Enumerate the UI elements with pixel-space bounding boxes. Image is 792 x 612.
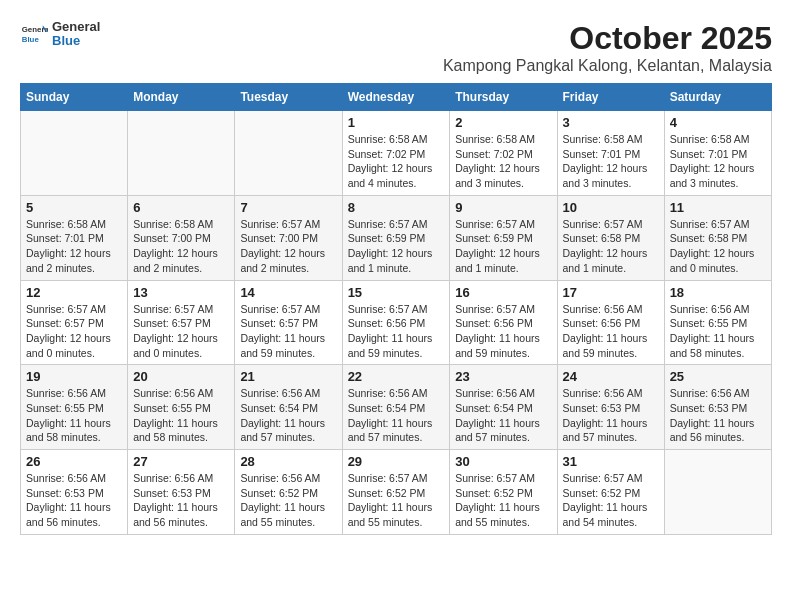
day-number: 6 xyxy=(133,200,229,215)
calendar-cell: 2Sunrise: 6:58 AM Sunset: 7:02 PM Daylig… xyxy=(450,111,557,196)
calendar-cell: 11Sunrise: 6:57 AM Sunset: 6:58 PM Dayli… xyxy=(664,195,771,280)
day-info: Sunrise: 6:56 AM Sunset: 6:55 PM Dayligh… xyxy=(26,386,122,445)
calendar-cell xyxy=(128,111,235,196)
calendar-week-row: 26Sunrise: 6:56 AM Sunset: 6:53 PM Dayli… xyxy=(21,450,772,535)
calendar-cell: 14Sunrise: 6:57 AM Sunset: 6:57 PM Dayli… xyxy=(235,280,342,365)
day-number: 11 xyxy=(670,200,766,215)
day-info: Sunrise: 6:57 AM Sunset: 6:57 PM Dayligh… xyxy=(240,302,336,361)
day-info: Sunrise: 6:56 AM Sunset: 6:53 PM Dayligh… xyxy=(26,471,122,530)
day-number: 12 xyxy=(26,285,122,300)
day-number: 17 xyxy=(563,285,659,300)
calendar-cell: 24Sunrise: 6:56 AM Sunset: 6:53 PM Dayli… xyxy=(557,365,664,450)
calendar-cell: 20Sunrise: 6:56 AM Sunset: 6:55 PM Dayli… xyxy=(128,365,235,450)
calendar-cell: 8Sunrise: 6:57 AM Sunset: 6:59 PM Daylig… xyxy=(342,195,450,280)
weekday-header-sunday: Sunday xyxy=(21,84,128,111)
logo-blue-text: Blue xyxy=(52,34,100,48)
calendar-cell: 18Sunrise: 6:56 AM Sunset: 6:55 PM Dayli… xyxy=(664,280,771,365)
day-info: Sunrise: 6:56 AM Sunset: 6:55 PM Dayligh… xyxy=(670,302,766,361)
calendar-cell: 6Sunrise: 6:58 AM Sunset: 7:00 PM Daylig… xyxy=(128,195,235,280)
calendar-cell: 19Sunrise: 6:56 AM Sunset: 6:55 PM Dayli… xyxy=(21,365,128,450)
day-number: 8 xyxy=(348,200,445,215)
day-number: 29 xyxy=(348,454,445,469)
calendar-cell: 28Sunrise: 6:56 AM Sunset: 6:52 PM Dayli… xyxy=(235,450,342,535)
calendar-cell xyxy=(235,111,342,196)
day-info: Sunrise: 6:56 AM Sunset: 6:54 PM Dayligh… xyxy=(348,386,445,445)
day-number: 9 xyxy=(455,200,551,215)
day-number: 14 xyxy=(240,285,336,300)
day-info: Sunrise: 6:57 AM Sunset: 6:58 PM Dayligh… xyxy=(563,217,659,276)
day-info: Sunrise: 6:57 AM Sunset: 6:59 PM Dayligh… xyxy=(455,217,551,276)
day-number: 30 xyxy=(455,454,551,469)
calendar-cell: 10Sunrise: 6:57 AM Sunset: 6:58 PM Dayli… xyxy=(557,195,664,280)
day-info: Sunrise: 6:57 AM Sunset: 6:56 PM Dayligh… xyxy=(455,302,551,361)
day-number: 1 xyxy=(348,115,445,130)
day-number: 4 xyxy=(670,115,766,130)
day-info: Sunrise: 6:58 AM Sunset: 7:01 PM Dayligh… xyxy=(563,132,659,191)
calendar-cell: 26Sunrise: 6:56 AM Sunset: 6:53 PM Dayli… xyxy=(21,450,128,535)
calendar-cell: 23Sunrise: 6:56 AM Sunset: 6:54 PM Dayli… xyxy=(450,365,557,450)
day-info: Sunrise: 6:57 AM Sunset: 6:56 PM Dayligh… xyxy=(348,302,445,361)
day-info: Sunrise: 6:56 AM Sunset: 6:56 PM Dayligh… xyxy=(563,302,659,361)
day-number: 20 xyxy=(133,369,229,384)
weekday-header-friday: Friday xyxy=(557,84,664,111)
calendar-cell: 21Sunrise: 6:56 AM Sunset: 6:54 PM Dayli… xyxy=(235,365,342,450)
title-section: October 2025 Kampong Pangkal Kalong, Kel… xyxy=(443,20,772,75)
day-number: 26 xyxy=(26,454,122,469)
day-number: 18 xyxy=(670,285,766,300)
weekday-header-monday: Monday xyxy=(128,84,235,111)
day-number: 16 xyxy=(455,285,551,300)
calendar-cell: 31Sunrise: 6:57 AM Sunset: 6:52 PM Dayli… xyxy=(557,450,664,535)
day-number: 5 xyxy=(26,200,122,215)
day-info: Sunrise: 6:58 AM Sunset: 7:02 PM Dayligh… xyxy=(348,132,445,191)
day-info: Sunrise: 6:56 AM Sunset: 6:53 PM Dayligh… xyxy=(670,386,766,445)
weekday-header-saturday: Saturday xyxy=(664,84,771,111)
day-number: 7 xyxy=(240,200,336,215)
day-info: Sunrise: 6:56 AM Sunset: 6:53 PM Dayligh… xyxy=(563,386,659,445)
day-info: Sunrise: 6:58 AM Sunset: 7:01 PM Dayligh… xyxy=(670,132,766,191)
day-info: Sunrise: 6:56 AM Sunset: 6:53 PM Dayligh… xyxy=(133,471,229,530)
calendar-cell: 27Sunrise: 6:56 AM Sunset: 6:53 PM Dayli… xyxy=(128,450,235,535)
day-number: 2 xyxy=(455,115,551,130)
calendar-week-row: 12Sunrise: 6:57 AM Sunset: 6:57 PM Dayli… xyxy=(21,280,772,365)
calendar-cell: 13Sunrise: 6:57 AM Sunset: 6:57 PM Dayli… xyxy=(128,280,235,365)
weekday-header-thursday: Thursday xyxy=(450,84,557,111)
logo-icon: General Blue xyxy=(20,20,48,48)
calendar-cell: 5Sunrise: 6:58 AM Sunset: 7:01 PM Daylig… xyxy=(21,195,128,280)
day-info: Sunrise: 6:57 AM Sunset: 6:52 PM Dayligh… xyxy=(348,471,445,530)
day-info: Sunrise: 6:57 AM Sunset: 6:58 PM Dayligh… xyxy=(670,217,766,276)
calendar-cell: 4Sunrise: 6:58 AM Sunset: 7:01 PM Daylig… xyxy=(664,111,771,196)
calendar-cell: 17Sunrise: 6:56 AM Sunset: 6:56 PM Dayli… xyxy=(557,280,664,365)
day-info: Sunrise: 6:57 AM Sunset: 6:57 PM Dayligh… xyxy=(133,302,229,361)
day-number: 19 xyxy=(26,369,122,384)
weekday-header-tuesday: Tuesday xyxy=(235,84,342,111)
day-info: Sunrise: 6:57 AM Sunset: 6:59 PM Dayligh… xyxy=(348,217,445,276)
day-info: Sunrise: 6:57 AM Sunset: 6:57 PM Dayligh… xyxy=(26,302,122,361)
calendar-cell: 12Sunrise: 6:57 AM Sunset: 6:57 PM Dayli… xyxy=(21,280,128,365)
page-header: General Blue General Blue October 2025 K… xyxy=(20,20,772,75)
day-info: Sunrise: 6:56 AM Sunset: 6:52 PM Dayligh… xyxy=(240,471,336,530)
calendar-cell xyxy=(21,111,128,196)
calendar-table: SundayMondayTuesdayWednesdayThursdayFrid… xyxy=(20,83,772,535)
calendar-cell: 7Sunrise: 6:57 AM Sunset: 7:00 PM Daylig… xyxy=(235,195,342,280)
logo: General Blue General Blue xyxy=(20,20,100,49)
svg-text:Blue: Blue xyxy=(22,35,40,44)
day-info: Sunrise: 6:58 AM Sunset: 7:01 PM Dayligh… xyxy=(26,217,122,276)
calendar-cell: 16Sunrise: 6:57 AM Sunset: 6:56 PM Dayli… xyxy=(450,280,557,365)
day-number: 13 xyxy=(133,285,229,300)
calendar-cell: 25Sunrise: 6:56 AM Sunset: 6:53 PM Dayli… xyxy=(664,365,771,450)
day-number: 27 xyxy=(133,454,229,469)
day-info: Sunrise: 6:57 AM Sunset: 6:52 PM Dayligh… xyxy=(563,471,659,530)
calendar-cell: 29Sunrise: 6:57 AM Sunset: 6:52 PM Dayli… xyxy=(342,450,450,535)
day-number: 31 xyxy=(563,454,659,469)
day-number: 10 xyxy=(563,200,659,215)
day-info: Sunrise: 6:56 AM Sunset: 6:54 PM Dayligh… xyxy=(240,386,336,445)
calendar-cell: 22Sunrise: 6:56 AM Sunset: 6:54 PM Dayli… xyxy=(342,365,450,450)
day-info: Sunrise: 6:57 AM Sunset: 6:52 PM Dayligh… xyxy=(455,471,551,530)
svg-text:General: General xyxy=(22,26,48,35)
weekday-header-row: SundayMondayTuesdayWednesdayThursdayFrid… xyxy=(21,84,772,111)
day-info: Sunrise: 6:56 AM Sunset: 6:54 PM Dayligh… xyxy=(455,386,551,445)
day-info: Sunrise: 6:58 AM Sunset: 7:00 PM Dayligh… xyxy=(133,217,229,276)
day-number: 23 xyxy=(455,369,551,384)
calendar-cell: 1Sunrise: 6:58 AM Sunset: 7:02 PM Daylig… xyxy=(342,111,450,196)
day-number: 24 xyxy=(563,369,659,384)
